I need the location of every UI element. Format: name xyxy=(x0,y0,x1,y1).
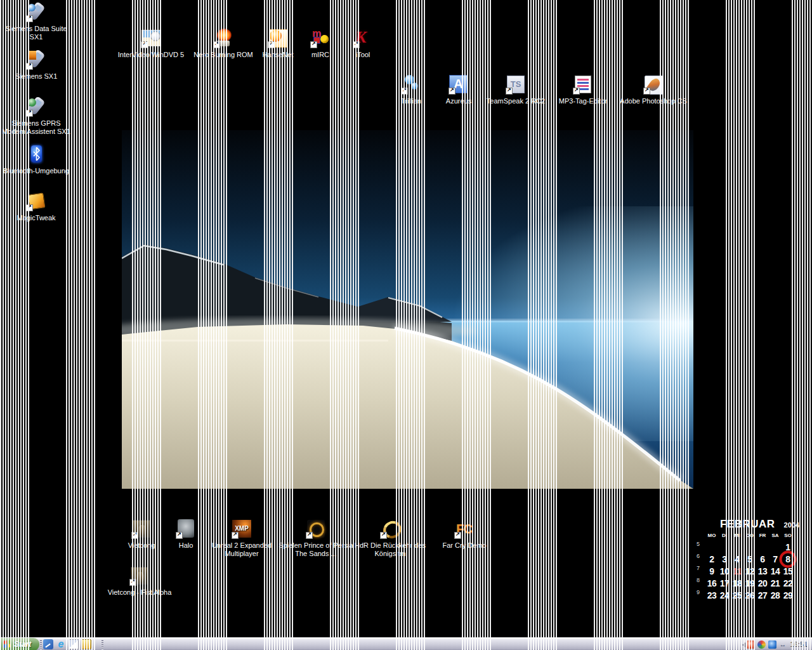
shortcut-arrow-icon xyxy=(26,15,33,22)
calendar-day: 18 xyxy=(731,578,743,588)
network-connection-icon[interactable]: ↔ xyxy=(779,640,786,649)
windvd-icon xyxy=(141,28,161,48)
calendar-day: 5 xyxy=(743,554,756,564)
magictweak-icon xyxy=(26,191,46,211)
desktop-icon-prince-of-persia[interactable]: Spielen Prince of Persia The Sands ... xyxy=(278,519,354,558)
vietcong-soldier-icon xyxy=(131,519,152,539)
shortcut-arrow-icon xyxy=(310,41,317,48)
desktop-icon-vietcong[interactable]: Vietcong xyxy=(119,519,164,550)
quicklaunch-handle[interactable] xyxy=(40,639,42,649)
desktop-icon-siemens-data-suite[interactable]: Siemens Data Suite SX1 xyxy=(0,2,72,41)
shortcut-arrow-icon xyxy=(213,41,220,48)
gprs-globe-phone-icon xyxy=(26,96,46,117)
desktop: Siemens Data Suite SX1 Siemens SX1 Sieme… xyxy=(0,0,812,650)
calendar-day: 23 xyxy=(705,590,718,600)
calendar-day: 20 xyxy=(756,578,769,588)
desktop-icon-itool[interactable]: K iTool xyxy=(343,28,383,59)
prince-of-persia-emblem-icon xyxy=(306,519,326,539)
teamspeak-icon xyxy=(506,74,526,95)
calendar-day: 25 xyxy=(731,590,743,600)
desktop-icon-mp3-tag-editor[interactable]: MP3-Tag-Editor xyxy=(546,74,620,105)
calendar-day: 10 xyxy=(718,566,731,576)
desktop-icon-windvd[interactable]: InterVideo WinDVD 5 xyxy=(115,28,187,59)
calendar-week-number: 6 xyxy=(697,553,705,559)
calendar-day: 26 xyxy=(743,590,756,600)
desktop-icon-farcry-demo[interactable]: Far Cry Demo xyxy=(435,519,494,550)
calendar-day: 28 xyxy=(769,590,782,600)
desktop-icon-trillian[interactable]: Trillian xyxy=(388,74,434,105)
calendar-week-number: 9 xyxy=(697,589,705,595)
start-button[interactable]: Start xyxy=(0,638,39,650)
outlook-express-icon[interactable] xyxy=(69,639,79,649)
calendar-day: 14 xyxy=(769,566,782,576)
taskbar: Start ↔ 16:51 xyxy=(0,637,812,650)
shortcut-arrow-icon xyxy=(141,41,148,48)
shortcut-arrow-icon xyxy=(176,532,183,539)
hansenet-sun-icon xyxy=(268,28,288,48)
shortcut-arrow-icon xyxy=(401,88,408,95)
internet-explorer-icon[interactable] xyxy=(56,639,66,649)
calendar-day: 13 xyxy=(756,566,769,576)
show-desktop-icon[interactable] xyxy=(43,639,53,649)
itool-red-k-icon: K xyxy=(353,28,373,48)
calendar-day: 3 xyxy=(718,554,731,564)
calendar-widget: FEBRUAR 2004 MO DI MI DO FR SA SO 516234… xyxy=(697,518,804,601)
farcry-fc-icon xyxy=(454,519,475,539)
desktop-icon-unreal2-xmp[interactable]: Unreal 2 Expanded Multiplayer xyxy=(206,519,277,558)
calendar-day: 16 xyxy=(705,578,718,588)
desktop-icon-nero[interactable]: Nero Burning ROM xyxy=(188,28,259,59)
desktop-icon-siemens-gprs-modem[interactable]: Siemens GPRS Modem Assistent SX1 xyxy=(0,96,72,136)
tray-icon-2[interactable] xyxy=(757,640,766,649)
unreal2-xmp-icon xyxy=(232,519,252,539)
shortcut-arrow-icon xyxy=(26,204,33,211)
desktop-icon-vietcong-fist-alpha[interactable]: Vietcong - Fist Alpha xyxy=(102,566,178,597)
desktop-icon-hansenet[interactable]: HanseNet xyxy=(254,28,302,59)
calendar-day: 4 xyxy=(731,554,743,564)
desktop-icon-bluetooth[interactable]: Bluetooth-Umgebung xyxy=(0,144,72,175)
desktop-icon-azureus[interactable]: Azureus xyxy=(436,74,481,105)
mp3-tag-editor-icon xyxy=(573,74,593,95)
shortcut-arrow-icon xyxy=(573,88,580,95)
shortcut-arrow-icon xyxy=(26,110,33,117)
siemens-phone-icon xyxy=(26,2,46,22)
desktop-icon-photoshop[interactable]: Adobe Photoshop CS xyxy=(610,74,697,105)
windows-flag-icon xyxy=(4,640,11,647)
desktop-icon-halo[interactable]: Halo xyxy=(166,519,206,550)
shortcut-arrow-icon xyxy=(306,532,313,539)
calendar-day: 27 xyxy=(756,590,769,600)
calendar-week-number: 7 xyxy=(697,565,705,571)
calendar-day: 22 xyxy=(782,578,794,588)
photoshop-feather-icon xyxy=(643,74,664,95)
shortcut-arrow-icon xyxy=(643,88,650,95)
tray-collapse-chevron-icon[interactable] xyxy=(738,640,744,649)
shortcut-arrow-icon xyxy=(380,532,387,539)
calendar-day: 9 xyxy=(705,566,718,576)
calendar-day: 8 xyxy=(782,554,794,564)
shortcut-arrow-icon xyxy=(232,532,239,539)
desktop-icon-magictweak[interactable]: MagicTweak xyxy=(0,191,72,222)
taskbar-handle[interactable] xyxy=(102,639,103,649)
desktop-icon-mirc[interactable]: m mIRC xyxy=(300,28,341,59)
nero-flame-icon xyxy=(213,28,233,48)
winamp-icon[interactable] xyxy=(81,639,91,649)
bluetooth-icon xyxy=(26,144,46,164)
taskbar-clock[interactable]: 16:51 xyxy=(789,640,808,648)
calendar-day: 11 xyxy=(731,566,743,576)
calendar-week-number: 8 xyxy=(697,577,705,583)
desktop-icon-teamspeak[interactable]: TeamSpeak 2 RC2 xyxy=(479,74,553,105)
shortcut-arrow-icon xyxy=(131,532,138,539)
halo-icon xyxy=(176,519,196,539)
gold-ring-icon xyxy=(380,519,400,539)
quick-launch-bar xyxy=(43,638,91,650)
tray-icon-1[interactable] xyxy=(747,640,755,649)
calendar-day: 12 xyxy=(743,566,756,576)
tray-icon-3[interactable] xyxy=(768,640,776,649)
shortcut-arrow-icon xyxy=(454,532,461,539)
desktop-icon-lotr-return-of-the-king[interactable]: HdR Die Rückkehr des Königs tm xyxy=(351,519,429,558)
system-tray: ↔ 16:51 xyxy=(735,638,812,650)
calendar-day: 17 xyxy=(718,578,731,588)
azureus-icon xyxy=(449,74,469,95)
calendar-day: 2 xyxy=(705,554,718,564)
desktop-icon-siemens-sx1[interactable]: Siemens SX1 xyxy=(0,50,72,81)
shortcut-arrow-icon xyxy=(268,41,275,48)
